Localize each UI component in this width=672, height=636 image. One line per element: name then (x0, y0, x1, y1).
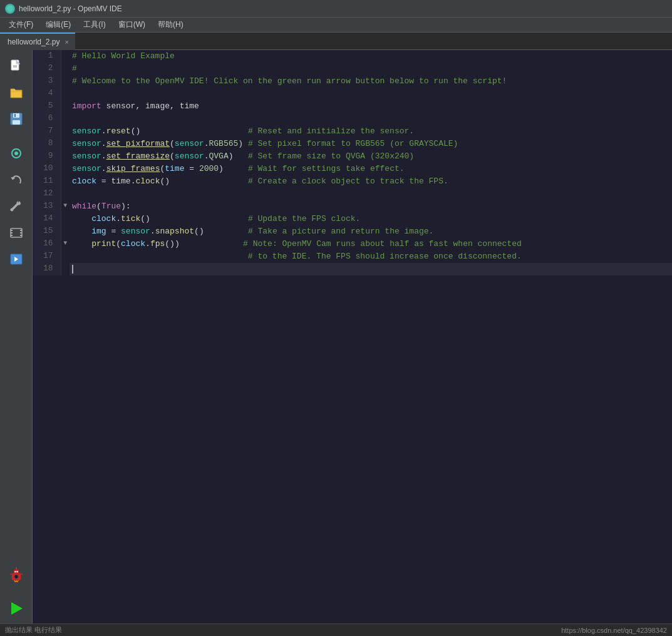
svg-rect-14 (20, 235, 22, 236)
line-code: # Hello World Example (70, 50, 672, 63)
line-number: 18 (33, 263, 61, 275)
table-row: 5 import sensor, image, time (33, 100, 672, 113)
svg-rect-9 (11, 230, 13, 231)
tab-bar: helloworld_2.py × (0, 33, 672, 50)
window-title: helloworld_2.py - OpenMV IDE (19, 4, 122, 13)
code-editor[interactable]: 1 # Hello World Example 2 # 3 # Welcome … (33, 50, 672, 623)
line-number: 3 (33, 75, 61, 88)
menu-tools[interactable]: 工具(I) (77, 18, 111, 31)
line-code (70, 188, 672, 200)
line-number: 12 (33, 188, 61, 200)
line-code (70, 88, 672, 100)
fold-col (61, 50, 70, 63)
save-file-icon (9, 111, 24, 126)
status-left: 抛出结果 电行结果 (5, 625, 62, 635)
fold-col (61, 88, 70, 100)
fold-col (61, 113, 70, 125)
transfer-button[interactable] (5, 248, 28, 270)
tab-close-button[interactable]: × (65, 38, 68, 46)
line-number: 11 (33, 175, 61, 188)
line-code: img = sensor.snapshot() # Take a picture… (70, 225, 672, 238)
line-code: while(True): (70, 200, 672, 213)
app-logo-icon (5, 4, 15, 14)
tab-filename: helloworld_2.py (8, 38, 59, 46)
svg-rect-13 (20, 232, 22, 233)
svg-point-19 (14, 571, 16, 572)
line-code: clock = time.clock() # Create a clock ob… (70, 175, 672, 188)
fold-col (61, 100, 70, 113)
menu-window[interactable]: 窗口(W) (112, 18, 152, 31)
fold-col (61, 263, 70, 275)
table-row: 3 # Welcome to the OpenMV IDE! Click on … (33, 75, 672, 88)
line-number: 9 (33, 150, 61, 163)
line-code: clock.tick() # Update the FPS clock. (70, 213, 672, 225)
line-code (70, 263, 672, 275)
line-code: print(clock.fps()) # Note: OpenMV Cam ru… (70, 238, 672, 250)
new-file-icon (9, 59, 24, 74)
line-number: 1 (33, 50, 61, 63)
save-file-button[interactable] (5, 108, 28, 130)
fold-col: ▼ (61, 238, 70, 250)
svg-rect-10 (11, 232, 13, 233)
fold-col (61, 250, 70, 263)
fold-col (61, 125, 70, 138)
text-cursor (72, 265, 73, 274)
table-row: 13 ▼ while(True): (33, 200, 672, 213)
table-row: 1 # Hello World Example (33, 50, 672, 63)
svg-rect-24 (21, 573, 23, 575)
svg-point-20 (16, 571, 18, 572)
line-number: 10 (33, 163, 61, 175)
line-number: 15 (33, 225, 61, 238)
table-row: 10 sensor.skip_frames(time = 2000) # Wai… (33, 163, 672, 175)
svg-rect-4 (13, 113, 19, 118)
table-row: 12 (33, 188, 672, 200)
table-row: 11 clock = time.clock() # Create a clock… (33, 175, 672, 188)
table-row: 15 img = sensor.snapshot() # Take a pict… (33, 225, 672, 238)
frames-icon (9, 225, 24, 240)
svg-rect-11 (11, 235, 13, 236)
svg-point-26 (16, 568, 17, 569)
camera-button[interactable] (5, 563, 28, 586)
menu-edit[interactable]: 编辑(E) (39, 18, 77, 31)
file-tab[interactable]: helloworld_2.py × (0, 33, 75, 50)
tools-button[interactable] (5, 195, 28, 218)
open-file-icon (9, 85, 24, 100)
run-icon (9, 601, 24, 616)
open-file-button[interactable] (5, 81, 28, 104)
fold-col (61, 150, 70, 163)
menu-help[interactable]: 帮助(H) (152, 18, 190, 31)
code-table: 1 # Hello World Example 2 # 3 # Welcome … (33, 50, 672, 275)
fold-col (61, 213, 70, 225)
fold-col (61, 75, 70, 88)
run-button[interactable] (6, 598, 26, 618)
frames-button[interactable] (5, 222, 28, 244)
line-code: sensor.set_framesize(sensor.QVGA) # Set … (70, 150, 672, 163)
fold-col (61, 225, 70, 238)
menu-file[interactable]: 文件(F) (3, 18, 39, 31)
tools-icon (9, 199, 24, 214)
line-code: # to the IDE. The FPS should increase on… (70, 250, 672, 263)
status-right: https://blog.csdn.net/qq_42398342 (561, 627, 667, 634)
connect-icon (9, 146, 24, 162)
line-number: 14 (33, 213, 61, 225)
fold-col (61, 188, 70, 200)
fold-col: ▼ (61, 200, 70, 213)
line-number: 4 (33, 88, 61, 100)
line-number: 16 (33, 238, 61, 250)
undo-button[interactable] (5, 169, 28, 192)
table-row: 8 sensor.set_pixformat(sensor.RGB565) # … (33, 138, 672, 150)
svg-point-22 (15, 575, 18, 578)
line-code: sensor.set_pixformat(sensor.RGB565) # Se… (70, 138, 672, 150)
new-file-button[interactable] (5, 55, 28, 78)
connect-button[interactable] (5, 143, 28, 165)
fold-col (61, 175, 70, 188)
line-code: sensor.skip_frames(time = 2000) # Wait f… (70, 163, 672, 175)
table-row: 17 # to the IDE. The FPS should increase… (33, 250, 672, 263)
table-row: 14 clock.tick() # Update the FPS clock. (33, 213, 672, 225)
line-number: 8 (33, 138, 61, 150)
transfer-icon (9, 252, 24, 267)
line-code: import sensor, image, time (70, 100, 672, 113)
menu-bar: 文件(F) 编辑(E) 工具(I) 窗口(W) 帮助(H) (0, 18, 672, 33)
svg-rect-23 (9, 573, 11, 575)
line-code: sensor.reset() # Reset and initialize th… (70, 125, 672, 138)
